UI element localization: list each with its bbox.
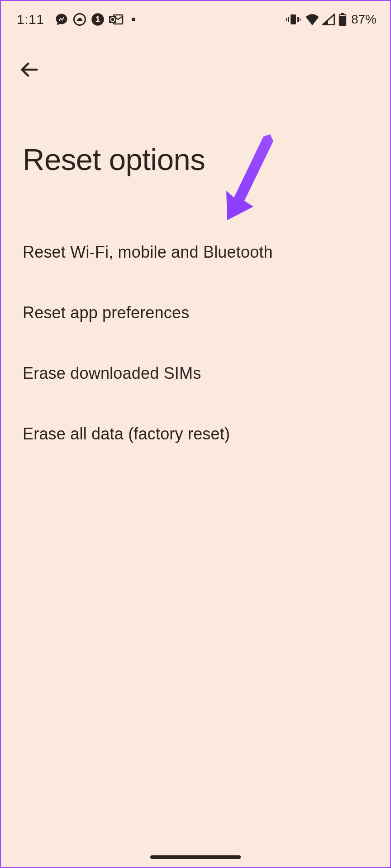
battery-percent: 87%	[351, 12, 377, 27]
status-bar: 1:11 1	[1, 1, 390, 33]
option-erase-all-data-factory-reset[interactable]: Erase all data (factory reset)	[1, 404, 390, 464]
back-button[interactable]	[15, 56, 43, 83]
svg-rect-9	[286, 18, 287, 21]
svg-rect-7	[288, 17, 289, 22]
status-left: 1:11 1	[17, 12, 135, 27]
option-reset-wifi-mobile-bluetooth[interactable]: Reset Wi-Fi, mobile and Bluetooth	[1, 222, 390, 283]
svg-rect-10	[300, 18, 300, 21]
signal-icon	[322, 14, 335, 25]
option-erase-downloaded-sims[interactable]: Erase downloaded SIMs	[1, 343, 390, 404]
svg-rect-6	[291, 14, 296, 24]
notification-badge-icon: 1	[91, 13, 105, 26]
chat-icon	[55, 13, 68, 26]
vibrate-icon	[286, 14, 300, 25]
page-title: Reset options	[23, 142, 390, 177]
wifi-icon	[305, 14, 319, 25]
more-notifications-icon	[132, 18, 135, 21]
status-right: 87%	[286, 12, 377, 27]
options-list: Reset Wi-Fi, mobile and Bluetooth Reset …	[1, 222, 390, 464]
battery-icon	[339, 13, 347, 26]
svg-rect-13	[340, 15, 346, 16]
svg-rect-8	[297, 17, 299, 22]
cloud-icon	[73, 13, 86, 26]
navigation-handle[interactable]	[150, 855, 241, 859]
outlook-icon	[109, 13, 124, 26]
status-time: 1:11	[17, 12, 44, 27]
svg-text:1: 1	[95, 14, 100, 24]
option-reset-app-preferences[interactable]: Reset app preferences	[1, 283, 390, 343]
